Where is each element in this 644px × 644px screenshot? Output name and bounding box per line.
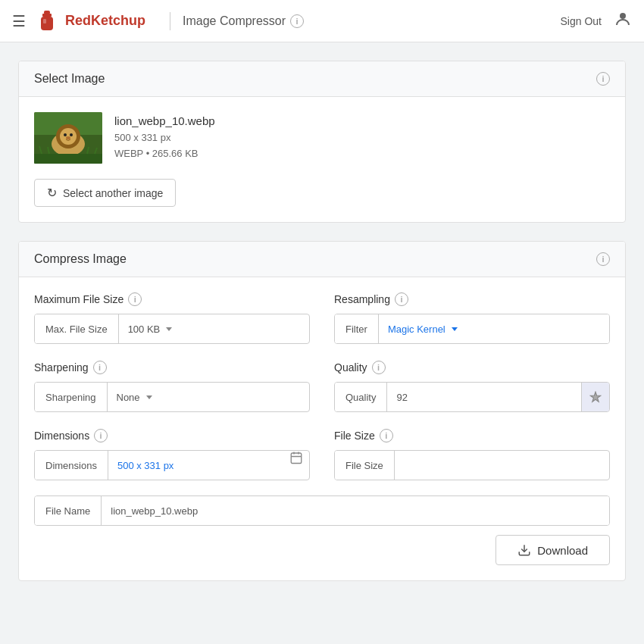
max-file-size-arrow xyxy=(166,327,172,331)
select-another-button[interactable]: ↻ Select another image xyxy=(34,179,176,207)
sharpening-info[interactable]: i xyxy=(93,361,107,374)
max-file-size-info[interactable]: i xyxy=(128,292,142,306)
max-file-size-field-label: Max. File Size xyxy=(35,314,119,343)
refresh-icon: ↻ xyxy=(47,186,57,200)
svg-rect-2 xyxy=(41,17,53,30)
menu-icon[interactable]: ☰ xyxy=(12,12,26,30)
dimensions-input-row: Dimensions 500 x 331 px xyxy=(34,450,310,480)
header-divider xyxy=(170,12,170,30)
compress-grid: Maximum File Size i Max. File Size 100 K… xyxy=(34,292,610,480)
logo-icon xyxy=(35,9,59,33)
select-image-header: Select Image i xyxy=(19,61,625,97)
sharpening-field-label: Sharpening xyxy=(35,383,108,411)
dimensions-group: Dimensions i Dimensions 500 x 331 px xyxy=(34,429,310,480)
max-file-size-label: Maximum File Size i xyxy=(34,292,310,306)
user-icon[interactable] xyxy=(614,10,632,33)
select-image-card: Select Image i xyxy=(18,61,626,223)
image-filename: lion_webp_10.webp xyxy=(114,114,215,127)
resampling-input-row: Filter Magic Kernel xyxy=(334,314,610,344)
resampling-arrow xyxy=(452,327,458,331)
download-button[interactable]: Download xyxy=(496,535,610,565)
resampling-field-label: Filter xyxy=(335,314,379,343)
image-preview-row: lion_webp_10.webp 500 x 331 px WEBP • 26… xyxy=(34,112,610,164)
file-size-info[interactable]: i xyxy=(380,429,393,442)
file-size-label: File Size i xyxy=(334,429,610,442)
svg-rect-1 xyxy=(42,14,52,17)
logo: RedKetchup xyxy=(35,9,145,33)
header-app-title: Image Compressor i xyxy=(183,14,304,28)
filename-row: File Name lion_webp_10.webp xyxy=(34,496,610,526)
select-image-info-icon[interactable]: i xyxy=(596,72,610,86)
dimensions-value: 500 x 331 px xyxy=(108,451,283,480)
svg-rect-18 xyxy=(291,453,302,464)
main-content: Select Image i xyxy=(0,42,644,617)
compress-image-body: Maximum File Size i Max. File Size 100 K… xyxy=(19,277,625,580)
image-dimensions: 500 x 331 px xyxy=(114,130,215,146)
quality-value: 92 xyxy=(387,383,581,411)
select-image-title: Select Image xyxy=(34,72,105,86)
sharpening-input-row: Sharpening None xyxy=(34,382,310,412)
header-info-icon[interactable]: i xyxy=(290,14,304,28)
sharpening-dropdown[interactable]: None xyxy=(108,383,161,411)
svg-point-10 xyxy=(64,133,67,136)
quality-label: Quality i xyxy=(334,361,610,374)
sharpening-group: Sharpening i Sharpening None xyxy=(34,361,310,412)
calendar-icon[interactable] xyxy=(283,451,309,480)
compress-image-info-icon[interactable]: i xyxy=(596,252,610,266)
dimensions-label: Dimensions i xyxy=(34,429,310,442)
header: ☰ RedKetchup Image Compressor i Sign Out xyxy=(0,0,644,42)
svg-point-4 xyxy=(620,13,626,19)
max-file-size-group: Maximum File Size i Max. File Size 100 K… xyxy=(34,292,310,344)
dimensions-info[interactable]: i xyxy=(94,429,108,442)
compress-left: Maximum File Size i Max. File Size 100 K… xyxy=(34,292,310,480)
max-file-size-dropdown[interactable]: 100 KB xyxy=(119,314,182,343)
image-info: lion_webp_10.webp 500 x 331 px WEBP • 26… xyxy=(114,114,215,162)
svg-rect-3 xyxy=(43,19,46,23)
file-size-input-row: File Size xyxy=(334,450,610,480)
download-area: Download xyxy=(34,535,610,565)
image-format-size: WEBP • 265.66 KB xyxy=(114,146,215,162)
compress-image-header: Compress Image i xyxy=(19,242,625,277)
resampling-info[interactable]: i xyxy=(395,292,408,306)
file-size-group: File Size i File Size xyxy=(334,429,610,480)
signout-button[interactable]: Sign Out xyxy=(561,15,602,27)
file-size-field-label: File Size xyxy=(335,451,395,480)
resampling-label: Resampling i xyxy=(334,292,610,306)
image-thumbnail xyxy=(34,112,102,164)
filename-value[interactable]: lion_webp_10.webp xyxy=(102,496,609,525)
magic-icon[interactable] xyxy=(581,383,609,411)
resampling-group: Resampling i Filter Magic Kernel xyxy=(334,292,610,344)
quality-field-label: Quality xyxy=(335,383,387,411)
sharpening-label: Sharpening i xyxy=(34,361,310,374)
dimensions-field-label: Dimensions xyxy=(35,451,108,480)
quality-group: Quality i Quality 92 xyxy=(334,361,610,412)
download-icon xyxy=(517,543,531,557)
quality-input-row: Quality 92 xyxy=(334,382,610,412)
svg-rect-13 xyxy=(34,154,102,164)
max-file-size-input-row: Max. File Size 100 KB xyxy=(34,314,310,344)
svg-point-11 xyxy=(70,133,73,136)
logo-text: RedKetchup xyxy=(65,13,145,29)
resampling-dropdown[interactable]: Magic Kernel xyxy=(379,314,609,343)
compress-image-card: Compress Image i Maximum File Size i Max… xyxy=(18,241,626,581)
compress-image-title: Compress Image xyxy=(34,252,127,266)
select-image-body: lion_webp_10.webp 500 x 331 px WEBP • 26… xyxy=(19,97,625,222)
quality-info[interactable]: i xyxy=(372,361,386,374)
svg-point-12 xyxy=(66,136,70,139)
sharpening-arrow xyxy=(146,395,152,399)
compress-right: Resampling i Filter Magic Kernel xyxy=(334,292,610,480)
filename-field-label: File Name xyxy=(35,496,102,525)
